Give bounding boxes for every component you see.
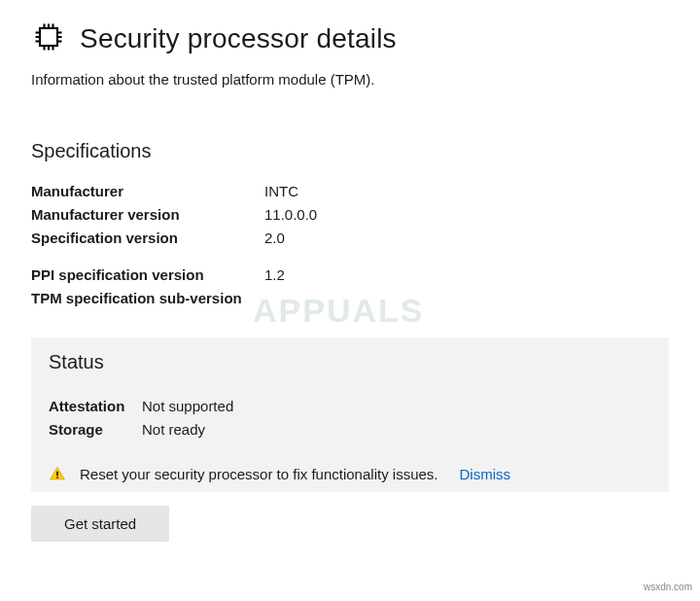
specs-heading: Specifications — [31, 140, 669, 162]
svg-rect-0 — [40, 28, 57, 46]
spec-label: TPM specification sub-version — [31, 287, 264, 310]
spec-label: PPI specification version — [31, 264, 264, 287]
spec-value: INTC — [264, 180, 298, 203]
spec-value: 11.0.0.0 — [264, 203, 317, 227]
spec-label: Manufacturer — [31, 180, 264, 203]
spec-row: TPM specification sub-version — [31, 287, 669, 310]
spec-value: 1.2 — [264, 264, 285, 287]
status-row: Storage Not ready — [49, 418, 651, 442]
status-value: Not ready — [142, 418, 205, 442]
spec-group-1: Manufacturer INTC Manufacturer version 1… — [31, 180, 669, 250]
alert-text: Reset your security processor to fix fun… — [80, 466, 438, 482]
status-label: Storage — [49, 418, 142, 442]
page-title: Security processor details — [80, 23, 397, 54]
status-row: Attestation Not supported — [49, 395, 651, 418]
spec-value: 2.0 — [264, 227, 285, 250]
page-subtitle: Information about the trusted platform m… — [31, 71, 669, 88]
status-panel: Status Attestation Not supported Storage… — [31, 337, 669, 492]
spec-label: Manufacturer version — [31, 203, 264, 227]
svg-rect-14 — [56, 477, 58, 478]
chip-icon — [31, 19, 66, 57]
spec-row: Manufacturer INTC — [31, 180, 669, 203]
page-header: Security processor details — [31, 19, 669, 57]
status-label: Attestation — [49, 395, 142, 418]
spec-row: Manufacturer version 11.0.0.0 — [31, 203, 669, 227]
svg-rect-13 — [56, 472, 58, 477]
specifications-section: Specifications Manufacturer INTC Manufac… — [31, 140, 669, 310]
spec-group-2: PPI specification version 1.2 TPM specif… — [31, 264, 669, 310]
spec-row: Specification version 2.0 — [31, 227, 669, 250]
status-value: Not supported — [142, 395, 233, 418]
status-rows: Attestation Not supported Storage Not re… — [49, 395, 651, 442]
get-started-button[interactable]: Get started — [31, 506, 169, 542]
warning-icon — [49, 465, 66, 482]
spec-label: Specification version — [31, 227, 264, 250]
spec-row: PPI specification version 1.2 — [31, 264, 669, 287]
alert-row: Reset your security processor to fix fun… — [49, 465, 651, 482]
status-heading: Status — [49, 351, 651, 373]
dismiss-link[interactable]: Dismiss — [459, 466, 510, 482]
